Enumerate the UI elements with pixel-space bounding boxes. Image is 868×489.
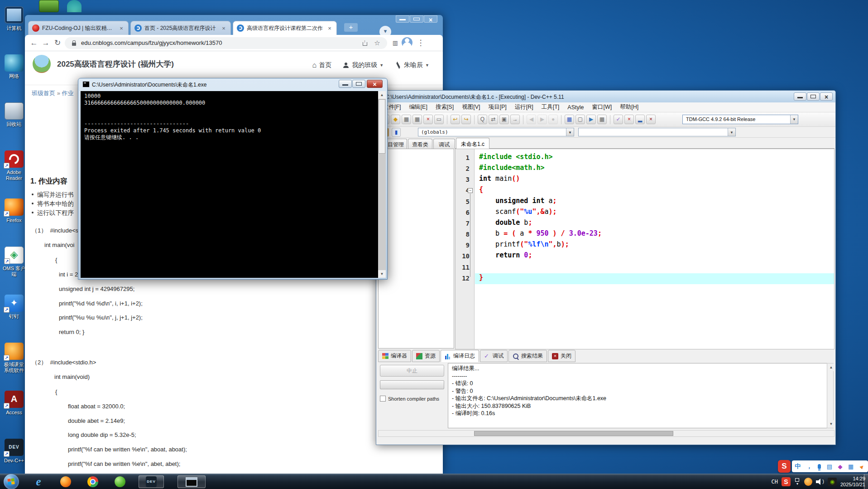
ime-cn-icon[interactable]: 中 [795, 462, 801, 470]
menu-窗口[W][interactable]: 窗口[W] [588, 102, 616, 112]
ime-toolbox-icon[interactable]: ▦ [848, 463, 854, 470]
code-row[interactable]: return 0; [475, 251, 834, 262]
code-row[interactable] [475, 262, 834, 273]
chevron-down-icon[interactable]: ▼ [790, 115, 798, 124]
desktop-icon-recycle-bin[interactable]: 回收站 [1, 102, 27, 127]
desktop-icon-firefox[interactable]: ↗Firefox [1, 199, 27, 223]
chevron-down-icon[interactable]: ▼ [566, 128, 574, 136]
jiyu-tray-icon[interactable] [804, 478, 812, 486]
menu-项目[P][interactable]: 项目[P] [484, 102, 510, 112]
sogou-logo-icon[interactable]: S [778, 460, 791, 473]
desktop-icon-network[interactable]: 网络 [1, 54, 27, 79]
desktop-shortcut-partial-icon[interactable] [39, 0, 59, 12]
dock-tab-搜索结果[interactable]: 搜索结果 [508, 350, 547, 362]
find-icon[interactable]: Q [478, 115, 487, 124]
code-row[interactable]: int main() [475, 174, 834, 185]
menu-视图[V][interactable]: 视图[V] [458, 102, 484, 112]
compiler-profile-select[interactable]: TDM-GCC 4.9.2 64-bit Release ▼ [682, 115, 798, 124]
browser-close-icon[interactable] [424, 15, 437, 23]
dock-tab-编译日志[interactable]: 编译日志 [441, 350, 479, 362]
nav-item-home[interactable]: 首页 [312, 61, 331, 69]
nvidia-tray-icon[interactable] [828, 478, 837, 486]
menu-工具[T][interactable]: 工具[T] [537, 102, 564, 112]
tray-expand-icon[interactable]: ▾ [794, 477, 801, 486]
console-maximize-icon[interactable] [352, 80, 365, 88]
open-icon[interactable]: ◆ [391, 115, 400, 124]
desktop-icon-devcpp[interactable]: ↗Dev-C++ [1, 439, 27, 464]
back-icon[interactable]: ← [29, 38, 39, 48]
class-logo[interactable] [33, 55, 51, 73]
shorten-paths-checkbox[interactable]: Shorten compiler paths [380, 396, 439, 402]
menu-搜索[S][interactable]: 搜索[S] [432, 102, 458, 112]
share-icon[interactable] [363, 42, 367, 46]
menu-AStyle[interactable]: AStyle [563, 103, 588, 111]
ime-keyboard-icon[interactable]: ▤ [827, 463, 832, 470]
tab-close-icon[interactable]: × [326, 25, 333, 32]
code-row[interactable]: } [475, 273, 834, 284]
delete-profiling-icon[interactable]: × [646, 115, 656, 124]
menu-编辑[E][interactable]: 编辑[E] [405, 102, 432, 112]
globals-select[interactable]: (globals) ▼ [418, 128, 574, 136]
breadcrumb-home-link[interactable]: 班级首页 [32, 90, 55, 97]
url-text[interactable]: edu.cnblogs.com/campus/fzu/gjyycx/homewo… [81, 39, 222, 46]
panel-tab-调试[interactable]: 调试 [433, 139, 455, 149]
back-icon[interactable]: ◀ [527, 115, 536, 124]
horizontal-scrollbar[interactable] [378, 430, 834, 437]
taskbar-app-ie[interactable]: e [28, 475, 49, 488]
dock-tab-关闭[interactable]: 关闭 [548, 350, 575, 362]
address-bar[interactable]: edu.cnblogs.com/campus/fzu/gjyycx/homewo… [65, 37, 387, 49]
breadcrumb-current[interactable]: 作业 [62, 90, 73, 97]
code-row[interactable]: scanf("%u",&a); [475, 208, 834, 218]
volume-icon[interactable]: ) [816, 478, 824, 485]
desktop-icon-dingtalk[interactable]: ↗钉钉 [1, 295, 27, 320]
dock-tab-资源[interactable]: 资源 [412, 350, 440, 362]
desktop-icon-oms[interactable]: ↗OMS 客户端 [1, 247, 27, 277]
devcpp-title-bar[interactable]: C:\Users\Administrator\Documents\未命名1.c … [376, 91, 835, 102]
devcpp-minimize-icon[interactable] [794, 92, 806, 101]
scroll-up-icon[interactable]: ▲ [378, 91, 386, 99]
desktop-icon-jiyu[interactable]: ↗极域课堂 系统软件 [1, 343, 27, 373]
lock-icon[interactable] [72, 43, 76, 46]
code-row[interactable]: printf("%lf\n",b); [475, 240, 834, 251]
code-row[interactable]: #include<math.h> [475, 164, 834, 174]
replace-icon[interactable]: ⇄ [489, 115, 498, 124]
devcpp-close-icon[interactable] [820, 92, 833, 101]
browser-menu-icon[interactable]: ⋮ [415, 38, 426, 48]
dock-tab-调试[interactable]: 调试 [480, 350, 508, 362]
console-close-icon[interactable] [367, 80, 383, 88]
abort-compile-icon[interactable]: × [624, 115, 634, 124]
taskbar-app-chrome[interactable] [82, 475, 103, 488]
desktop-shortcut-partial-icon[interactable] [67, 0, 82, 12]
checkbox-icon[interactable] [380, 396, 386, 402]
log-scrollbar[interactable]: ▲ ▼ [827, 363, 834, 428]
ime-mic-icon[interactable] [818, 464, 821, 469]
ime-boost-icon[interactable]: ▲ [858, 462, 867, 471]
stop-execution-icon[interactable]: ▮ [392, 128, 401, 137]
forward-icon[interactable]: → [40, 38, 51, 48]
taskbar-app-console-app[interactable] [177, 475, 206, 488]
profile-icon[interactable]: ▂ [635, 115, 645, 124]
desktop-icon-computer[interactable]: 计算机 [1, 6, 27, 31]
syntax-check-icon[interactable]: ✓ [614, 115, 623, 124]
goto-line-icon[interactable]: → [510, 115, 520, 124]
code-row[interactable]: double b; [475, 218, 834, 229]
taskbar-app-green-browser[interactable] [110, 475, 130, 488]
browser-tab[interactable]: 首页 - 2025高级语言程序设计× [130, 21, 231, 35]
editor-file-tab[interactable]: 未命名1.c [456, 138, 489, 149]
browser-maximize-icon[interactable] [410, 15, 423, 23]
nav-item-users[interactable]: 我的班级▼ [343, 61, 384, 69]
browser-tab[interactable]: FZU-Coding-OJ | 输出双精度数× [28, 21, 129, 35]
scroll-down-icon[interactable]: ▼ [378, 270, 386, 278]
code-row[interactable]: #include <stdio.h> [475, 153, 834, 164]
taskbar-app-devcpp[interactable] [139, 475, 164, 488]
desktop-icon-adobe-reader[interactable]: ↗Adobe Reader [1, 150, 27, 181]
goto-declaration-icon[interactable]: ● [548, 115, 558, 124]
undo-icon[interactable]: ↩ [451, 115, 460, 124]
tab-close-icon[interactable]: × [118, 25, 125, 32]
browser-tab[interactable]: 高级语言程序设计课程第二次作× [233, 21, 337, 35]
bookmark-star-icon[interactable]: ☆ [374, 39, 381, 47]
print-icon[interactable]: ▭ [434, 115, 444, 124]
compile-and-run-icon[interactable]: ▶ [586, 115, 596, 124]
menu-运行[R][interactable]: 运行[R] [511, 102, 537, 112]
forward-icon[interactable]: ▶ [537, 115, 547, 124]
